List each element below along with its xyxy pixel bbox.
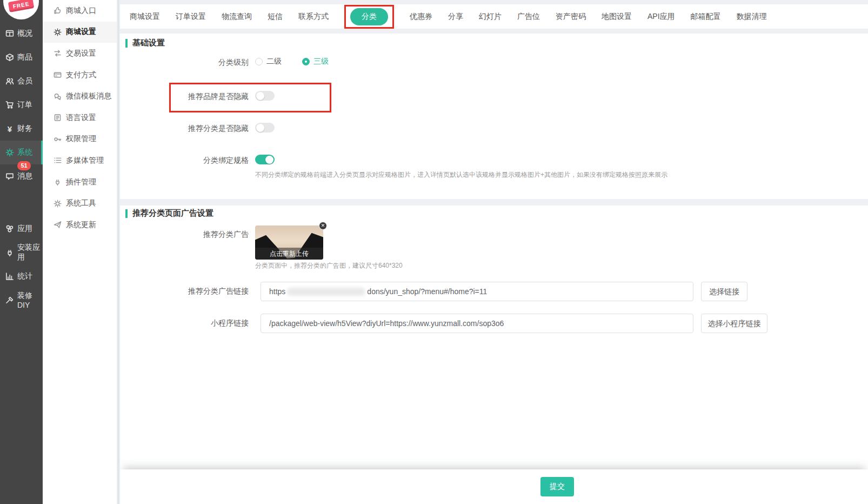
sidebar-item-goods[interactable]: 商品 bbox=[0, 45, 43, 69]
hide-category-toggle[interactable] bbox=[255, 123, 275, 132]
sidebar-item-members[interactable]: 会员 bbox=[0, 69, 43, 93]
ad-image-hint: 分类页面中，推荐分类的广告图，建议尺寸640*320 bbox=[255, 261, 403, 270]
sidebar-item-label: 安装应用 bbox=[17, 243, 43, 262]
close-icon[interactable]: ✕ bbox=[319, 222, 327, 230]
submenu-item-trade-settings[interactable]: 交易设置 bbox=[43, 43, 117, 64]
radio-level-three-label[interactable]: 三级 bbox=[313, 57, 329, 67]
mini-link-input[interactable] bbox=[261, 314, 693, 333]
tab-data-cleanup[interactable]: 数据清理 bbox=[737, 12, 767, 22]
sidebar-item-label: 消息 51 bbox=[17, 171, 32, 181]
sidebar-item-overview[interactable]: 概况 bbox=[0, 22, 43, 45]
sidebar-item-orders[interactable]: 订单 bbox=[0, 93, 43, 117]
submenu-item-system-tools[interactable]: 系统工具 bbox=[43, 193, 117, 214]
submenu-item-permission[interactable]: 权限管理 bbox=[43, 129, 117, 150]
choose-link-button[interactable]: 选择链接 bbox=[701, 282, 747, 301]
submit-button[interactable]: 提交 bbox=[540, 477, 574, 496]
submenu-item-label: 商城设置 bbox=[66, 27, 96, 37]
bind-spec-control bbox=[255, 155, 275, 164]
hide-brand-control bbox=[255, 91, 275, 101]
sidebar-item-decorate-diy[interactable]: 装修DIY bbox=[0, 288, 43, 312]
radio-level-three-checked[interactable] bbox=[302, 58, 310, 65]
tab-coupon[interactable]: 优惠券 bbox=[410, 12, 432, 22]
plug-icon bbox=[5, 248, 14, 257]
sidebar-item-label: 系统 bbox=[17, 148, 32, 157]
tab-slideshow[interactable]: 幻灯片 bbox=[479, 12, 502, 22]
choose-mini-link-button[interactable]: 选择小程序链接 bbox=[701, 314, 767, 333]
submenu-item-media[interactable]: 多媒体管理 bbox=[43, 150, 117, 171]
tab-mall-settings[interactable]: 商城设置 bbox=[130, 12, 160, 22]
primary-sidebar: FREE 概况 商品 会员 订单 ¥ 财务 系统 消息 bbox=[0, 0, 43, 504]
gear-icon bbox=[54, 28, 62, 36]
bind-spec-hint: 不同分类绑定的规格前端进入分类页显示对应规格图片，进入详情页默认选中该规格并显示… bbox=[255, 170, 667, 180]
submenu-item-label: 权限管理 bbox=[66, 134, 96, 144]
sidebar-item-label: 财务 bbox=[17, 124, 32, 134]
secondary-sidebar: 商城入口 商城设置 交易设置 支付方式 微信模板消息 语言设置 权限管理 多媒体… bbox=[43, 0, 117, 504]
submenu-item-label: 微信模板消息 bbox=[66, 91, 111, 101]
sidebar-item-label: 统计 bbox=[17, 271, 32, 281]
mini-link-label: 小程序链接 bbox=[120, 319, 249, 328]
radio-level-two-label[interactable]: 二级 bbox=[266, 57, 282, 67]
bind-spec-toggle[interactable] bbox=[255, 155, 275, 164]
bar-chart-icon bbox=[5, 272, 14, 281]
tab-share[interactable]: 分享 bbox=[448, 12, 463, 22]
submenu-item-mall-settings[interactable]: 商城设置 bbox=[43, 22, 117, 43]
yen-icon: ¥ bbox=[5, 124, 14, 134]
submenu-item-plugins[interactable]: 插件管理 bbox=[43, 171, 117, 193]
unread-count-badge: 51 bbox=[17, 161, 31, 170]
logo: FREE bbox=[3, 0, 39, 19]
chat-bubble-icon bbox=[5, 172, 14, 181]
tab-logistics-query[interactable]: 物流查询 bbox=[222, 12, 252, 22]
sidebar-item-label: 会员 bbox=[17, 76, 32, 86]
category-level-label: 分类级别 bbox=[120, 58, 249, 68]
hammer-icon bbox=[5, 296, 14, 304]
submenu-item-wechat-template[interactable]: 微信模板消息 bbox=[43, 85, 117, 107]
section-accent-bar bbox=[125, 209, 128, 218]
sidebar-item-messages[interactable]: 消息 51 bbox=[0, 164, 43, 188]
basic-settings-card: 基础设置 分类级别 二级 三级 推荐品牌是否隐藏 推荐分类是否隐藏 分类绑定规格… bbox=[120, 34, 868, 199]
tab-ad-slot[interactable]: 广告位 bbox=[517, 12, 540, 22]
main-content: 商城设置 订单设置 物流查询 短信 联系方式 分类 优惠券 分享 幻灯片 广告位… bbox=[120, 0, 868, 504]
tab-map-settings[interactable]: 地图设置 bbox=[602, 12, 632, 22]
sidebar-item-install-apps[interactable]: 安装应用 bbox=[0, 241, 43, 264]
hide-category-label: 推荐分类是否隐藏 bbox=[120, 124, 249, 134]
sidebar-item-finance[interactable]: ¥ 财务 bbox=[0, 117, 43, 141]
tab-asset-password[interactable]: 资产密码 bbox=[556, 12, 586, 22]
tab-sms[interactable]: 短信 bbox=[268, 12, 283, 22]
submenu-item-label: 商城入口 bbox=[66, 6, 96, 16]
ad-image-upload[interactable]: 点击重新上传 ✕ bbox=[255, 226, 323, 260]
tab-api-app[interactable]: API应用 bbox=[647, 12, 675, 22]
submenu-item-label: 系统工具 bbox=[66, 198, 96, 208]
sidebar-item-label: 装修DIY bbox=[17, 291, 43, 309]
sidebar-item-label: 商品 bbox=[17, 52, 32, 62]
submenu-item-mall-entry[interactable]: 商城入口 bbox=[43, 0, 117, 22]
submenu-item-language-settings[interactable]: 语言设置 bbox=[43, 107, 117, 129]
submenu-item-system-update[interactable]: 系统更新 bbox=[43, 214, 117, 236]
ad-settings-card: 推荐分类页面广告设置 推荐分类广告 点击重新上传 ✕ 分类页面中，推荐分类的广告… bbox=[120, 205, 868, 504]
submenu-item-label: 多媒体管理 bbox=[66, 156, 104, 165]
settings-tabbar: 商城设置 订单设置 物流查询 短信 联系方式 分类 优惠券 分享 幻灯片 广告位… bbox=[120, 4, 868, 29]
sidebar-item-apps[interactable]: 应用 bbox=[0, 217, 43, 241]
annotation-box-category-tab: 分类 bbox=[344, 5, 394, 29]
ad-link-label: 推荐分类广告链接 bbox=[120, 287, 249, 296]
cart-icon bbox=[5, 101, 14, 109]
tab-contact[interactable]: 联系方式 bbox=[298, 12, 329, 22]
ad-link-value-prefix: https bbox=[269, 287, 285, 296]
paper-plane-icon bbox=[54, 221, 62, 229]
section-header-ad: 推荐分类页面广告设置 bbox=[125, 208, 213, 218]
submenu-item-payment-methods[interactable]: 支付方式 bbox=[43, 64, 117, 86]
hide-category-control bbox=[255, 123, 275, 132]
gear-icon bbox=[5, 148, 14, 157]
hide-brand-toggle[interactable] bbox=[255, 91, 275, 101]
exchange-arrows-icon bbox=[54, 49, 62, 57]
radio-level-two[interactable] bbox=[255, 58, 263, 65]
sidebar-item-label: 订单 bbox=[17, 100, 32, 110]
sidebar-item-statistics[interactable]: 统计 bbox=[0, 264, 43, 288]
tab-order-settings[interactable]: 订单设置 bbox=[176, 12, 206, 22]
wechat-bubbles-icon bbox=[54, 92, 62, 101]
ad-link-input[interactable]: https dons/yun_shop/?menu#/home?i=11 bbox=[261, 282, 693, 301]
category-level-radios: 二级 三级 bbox=[255, 57, 329, 67]
book-icon bbox=[54, 114, 62, 122]
ad-link-value-suffix: dons/yun_shop/?menu#/home?i=11 bbox=[367, 287, 487, 296]
tab-category-active[interactable]: 分类 bbox=[350, 8, 388, 25]
tab-mail-config[interactable]: 邮箱配置 bbox=[691, 12, 721, 22]
